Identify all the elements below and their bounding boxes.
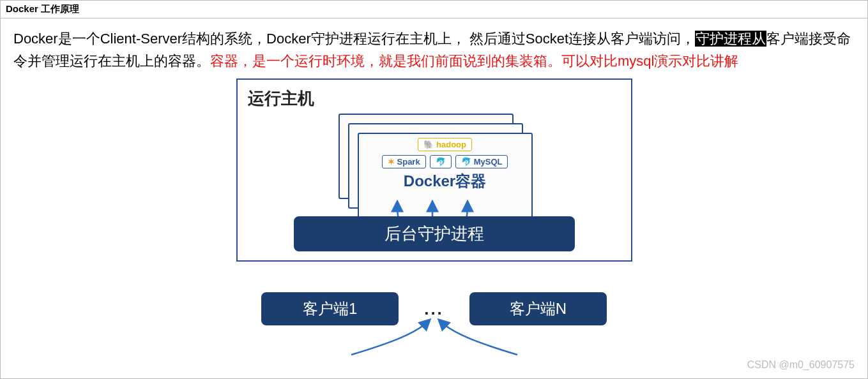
document-body: Docker是一个Client-Server结构的系统，Docker守护进程运行… [1,19,867,325]
star-icon: ✶ [388,157,395,167]
red-text: 可以对比mysql演示对比讲解 [561,53,738,69]
spark-badge: ✶Spark [382,155,426,168]
badge-label: hadoop [436,140,466,149]
host-box: 运行主机 🐘hadoop ✶Spark 🐬 🐬MySQL Docke [236,78,632,262]
document-page: Docker 工作原理 Docker是一个Client-Server结构的系统，… [0,0,868,379]
architecture-diagram: 运行主机 🐘hadoop ✶Spark 🐬 🐬MySQL Docke [236,78,632,325]
text-segment: Docker是一个Client-Server结构的系统，Docker守护进程运行… [13,31,695,47]
mysql-badge: 🐬MySQL [455,155,508,168]
highlighted-text: 守护进程从 [695,31,766,47]
app-badge: 🐬 [430,155,452,168]
client-box: 客户端N [469,292,607,325]
clients-row: 客户端1 ... 客户端N [236,292,632,325]
client-box: 客户端1 [261,292,399,325]
description-paragraph: Docker是一个Client-Server结构的系统，Docker守护进程运行… [13,27,855,72]
badge-label: Spark [397,157,420,167]
host-label: 运行主机 [248,87,622,110]
badge-label: MySQL [474,157,503,167]
container-card-front: 🐘hadoop ✶Spark 🐬 🐬MySQL Docker容器 [358,133,533,218]
container-label: Docker容器 [359,171,531,191]
daemon-box: 后台守护进程 [294,216,575,251]
container-stack: 🐘hadoop ✶Spark 🐬 🐬MySQL Docker容器 [339,114,530,216]
watermark: CSDN @m0_60907575 [747,359,855,371]
badge-row: ✶Spark 🐬 🐬MySQL [359,155,531,168]
hadoop-badge: 🐘hadoop [418,138,472,151]
red-text: 容器，是一个运行时环境，就是我们前面说到的集装箱。 [210,53,561,69]
page-title: Docker 工作原理 [6,3,79,14]
ellipsis: ... [424,299,444,319]
badge-row: 🐘hadoop [359,138,531,151]
title-bar: Docker 工作原理 [1,1,867,19]
